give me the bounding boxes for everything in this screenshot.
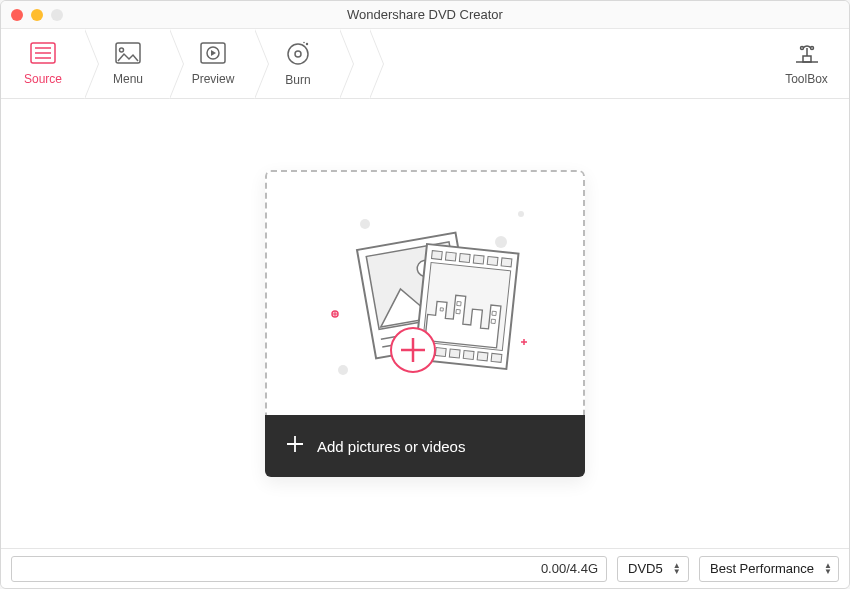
svg-point-10	[306, 42, 308, 44]
step-burn-label: Burn	[285, 73, 310, 87]
stepper-arrows-icon: ▲▼	[824, 563, 832, 575]
svg-point-5	[120, 48, 124, 52]
quality-select[interactable]: Best Performance ▲▼	[699, 556, 839, 582]
main-content: Add pictures or videos	[1, 99, 849, 548]
svg-rect-33	[445, 252, 456, 261]
svg-rect-32	[432, 250, 443, 259]
plus-icon	[285, 434, 305, 458]
add-media-button[interactable]: Add pictures or videos	[265, 415, 585, 477]
dropzone[interactable]: Add pictures or videos	[265, 170, 585, 477]
disc-type-select[interactable]: DVD5 ▲▼	[617, 556, 689, 582]
svg-rect-37	[501, 257, 512, 266]
step-source-label: Source	[24, 72, 62, 86]
step-source[interactable]: Source	[1, 29, 86, 98]
titlebar: Wondershare DVD Creator	[1, 1, 849, 29]
step-menu-label: Menu	[113, 72, 143, 86]
svg-point-22	[360, 219, 370, 229]
svg-point-8	[288, 44, 308, 64]
dropzone-illustration-area[interactable]	[265, 170, 585, 415]
step-preview-label: Preview	[192, 72, 235, 86]
svg-rect-36	[487, 256, 498, 265]
burn-disc-icon	[285, 41, 311, 69]
svg-rect-41	[463, 350, 474, 359]
toolbox-button[interactable]: ToolBox	[764, 29, 849, 98]
window-title: Wondershare DVD Creator	[347, 7, 503, 22]
svg-point-11	[303, 41, 305, 43]
svg-rect-13	[803, 56, 811, 62]
close-button[interactable]	[11, 9, 23, 21]
media-placeholder-icon	[301, 194, 549, 394]
svg-rect-34	[459, 253, 470, 262]
add-media-label: Add pictures or videos	[317, 438, 465, 455]
svg-point-24	[338, 365, 348, 375]
disc-type-value: DVD5	[628, 561, 663, 576]
zoom-button[interactable]	[51, 9, 63, 21]
svg-point-25	[518, 211, 524, 217]
svg-rect-40	[449, 348, 460, 357]
stepper-arrows-icon: ▲▼	[673, 563, 681, 575]
svg-rect-35	[473, 254, 484, 263]
preview-play-icon	[200, 42, 226, 68]
toolbox-label: ToolBox	[785, 72, 828, 86]
statusbar: 0.00/4.4G DVD5 ▲▼ Best Performance ▲▼	[1, 548, 849, 588]
quality-value: Best Performance	[710, 561, 814, 576]
source-list-icon	[30, 42, 56, 68]
svg-point-9	[295, 51, 301, 57]
svg-rect-39	[435, 347, 446, 356]
menu-grid-icon	[115, 42, 141, 68]
disc-usage-text: 0.00/4.4G	[541, 561, 598, 576]
step-toolbar: Source Menu Preview	[1, 29, 849, 99]
svg-point-15	[800, 46, 803, 49]
svg-rect-42	[477, 351, 488, 360]
svg-rect-43	[491, 353, 502, 362]
disc-usage-bar: 0.00/4.4G	[11, 556, 607, 582]
window-controls	[11, 9, 63, 21]
toolbox-icon	[794, 42, 820, 68]
svg-point-23	[495, 236, 507, 248]
svg-point-16	[810, 46, 813, 49]
minimize-button[interactable]	[31, 9, 43, 21]
